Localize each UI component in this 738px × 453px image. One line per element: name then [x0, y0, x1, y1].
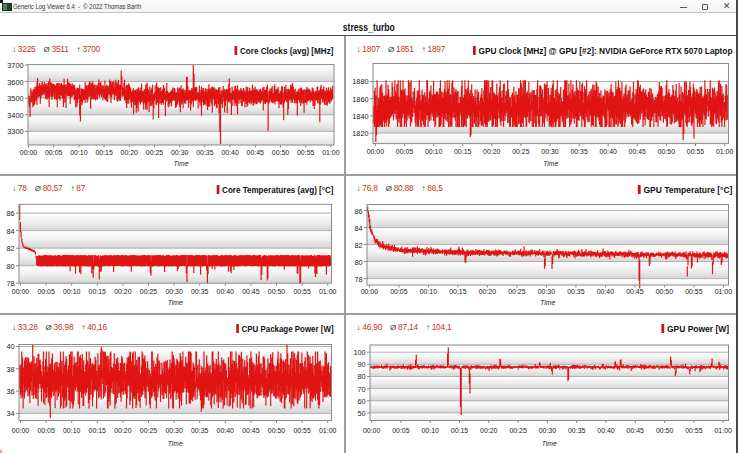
svg-text:00:35: 00:35	[570, 147, 588, 156]
svg-text:78: 78	[354, 275, 363, 284]
svg-text:40: 40	[6, 342, 15, 351]
svg-text:1860: 1860	[352, 95, 369, 104]
svg-text:00:25: 00:25	[140, 287, 158, 296]
svg-text:01:00: 01:00	[322, 148, 340, 157]
svg-text:00:30: 00:30	[165, 426, 183, 435]
svg-text:00:00: 00:00	[367, 147, 385, 156]
svg-text:3600: 3600	[7, 78, 24, 87]
svg-text:00:05: 00:05	[390, 287, 408, 296]
svg-text:00:20: 00:20	[114, 426, 132, 435]
svg-text:00:05: 00:05	[392, 426, 410, 435]
svg-text:00:00: 00:00	[361, 287, 379, 296]
svg-text:00:55: 00:55	[685, 287, 703, 296]
svg-text:Time: Time	[543, 159, 558, 168]
svg-text:3700: 3700	[7, 61, 24, 70]
svg-text:00:45: 00:45	[242, 426, 260, 435]
svg-text:80: 80	[357, 372, 366, 381]
svg-text:00:05: 00:05	[37, 426, 55, 435]
svg-text:Time: Time	[542, 439, 557, 448]
svg-text:01:00: 01:00	[319, 426, 337, 435]
svg-text:00:10: 00:10	[420, 287, 438, 296]
svg-text:Time: Time	[168, 298, 183, 307]
svg-text:00:40: 00:40	[217, 287, 235, 296]
svg-text:90: 90	[357, 360, 366, 369]
svg-text:36: 36	[6, 387, 15, 396]
svg-text:00:45: 00:45	[629, 147, 647, 156]
svg-text:00:45: 00:45	[242, 287, 260, 296]
svg-text:80: 80	[6, 262, 15, 271]
svg-text:00:40: 00:40	[597, 287, 615, 296]
svg-text:84: 84	[354, 224, 363, 233]
svg-text:00:50: 00:50	[272, 148, 290, 157]
svg-text:00:00: 00:00	[363, 426, 381, 435]
svg-text:00:10: 00:10	[63, 287, 81, 296]
svg-text:00:30: 00:30	[541, 147, 559, 156]
svg-text:00:15: 00:15	[454, 147, 472, 156]
svg-text:82: 82	[6, 244, 15, 253]
svg-text:00:30: 00:30	[165, 287, 183, 296]
svg-text:00:15: 00:15	[451, 426, 469, 435]
svg-text:86: 86	[6, 209, 15, 218]
svg-text:00:40: 00:40	[597, 426, 615, 435]
svg-text:00:55: 00:55	[685, 426, 703, 435]
svg-text:00:40: 00:40	[600, 147, 618, 156]
svg-text:00:25: 00:25	[509, 426, 527, 435]
svg-text:00:45: 00:45	[627, 426, 645, 435]
svg-text:00:15: 00:15	[95, 148, 113, 157]
svg-text:00:05: 00:05	[396, 147, 414, 156]
svg-text:1880: 1880	[352, 77, 369, 86]
svg-text:00:35: 00:35	[196, 148, 214, 157]
svg-text:00:10: 00:10	[422, 426, 440, 435]
svg-text:00:55: 00:55	[687, 147, 705, 156]
svg-text:34: 34	[6, 409, 15, 418]
svg-text:00:20: 00:20	[483, 147, 501, 156]
svg-text:3500: 3500	[7, 94, 24, 103]
svg-text:00:35: 00:35	[567, 287, 585, 296]
svg-text:82: 82	[354, 241, 363, 250]
svg-text:50: 50	[357, 409, 366, 418]
svg-text:00:25: 00:25	[512, 147, 530, 156]
svg-text:38: 38	[6, 365, 15, 374]
svg-text:00:40: 00:40	[221, 148, 239, 157]
svg-text:00:35: 00:35	[191, 426, 209, 435]
svg-text:00:00: 00:00	[12, 426, 30, 435]
svg-text:00:05: 00:05	[45, 148, 63, 157]
svg-text:00:20: 00:20	[114, 287, 132, 296]
svg-text:00:20: 00:20	[121, 148, 139, 157]
svg-text:84: 84	[6, 227, 15, 236]
svg-text:70: 70	[357, 385, 366, 394]
svg-text:Time: Time	[168, 439, 183, 448]
svg-text:00:45: 00:45	[247, 148, 265, 157]
svg-text:01:00: 01:00	[319, 287, 337, 296]
svg-text:00:50: 00:50	[656, 287, 674, 296]
svg-text:00:50: 00:50	[658, 147, 676, 156]
svg-text:01:00: 01:00	[715, 426, 733, 435]
svg-text:00:45: 00:45	[626, 287, 644, 296]
svg-text:00:10: 00:10	[425, 147, 443, 156]
svg-text:00:40: 00:40	[217, 426, 235, 435]
svg-text:00:00: 00:00	[12, 287, 30, 296]
svg-text:00:00: 00:00	[20, 148, 38, 157]
svg-text:00:10: 00:10	[63, 426, 81, 435]
svg-text:3400: 3400	[7, 111, 24, 120]
svg-text:00:50: 00:50	[268, 287, 286, 296]
svg-text:100: 100	[353, 348, 366, 357]
svg-text:00:35: 00:35	[191, 287, 209, 296]
svg-text:1820: 1820	[352, 129, 369, 138]
svg-text:00:15: 00:15	[89, 426, 107, 435]
svg-text:00:20: 00:20	[479, 287, 497, 296]
svg-text:86: 86	[354, 207, 363, 216]
svg-text:00:15: 00:15	[449, 287, 467, 296]
svg-text:00:25: 00:25	[146, 148, 164, 157]
svg-text:00:10: 00:10	[70, 148, 88, 157]
svg-text:00:35: 00:35	[568, 426, 586, 435]
svg-text:00:25: 00:25	[140, 426, 158, 435]
svg-text:00:20: 00:20	[480, 426, 498, 435]
svg-text:00:30: 00:30	[171, 148, 189, 157]
svg-text:00:05: 00:05	[37, 287, 55, 296]
svg-text:00:50: 00:50	[268, 426, 286, 435]
svg-text:00:50: 00:50	[656, 426, 674, 435]
svg-text:01:00: 01:00	[715, 287, 733, 296]
svg-text:00:25: 00:25	[508, 287, 526, 296]
svg-text:1840: 1840	[352, 112, 369, 121]
